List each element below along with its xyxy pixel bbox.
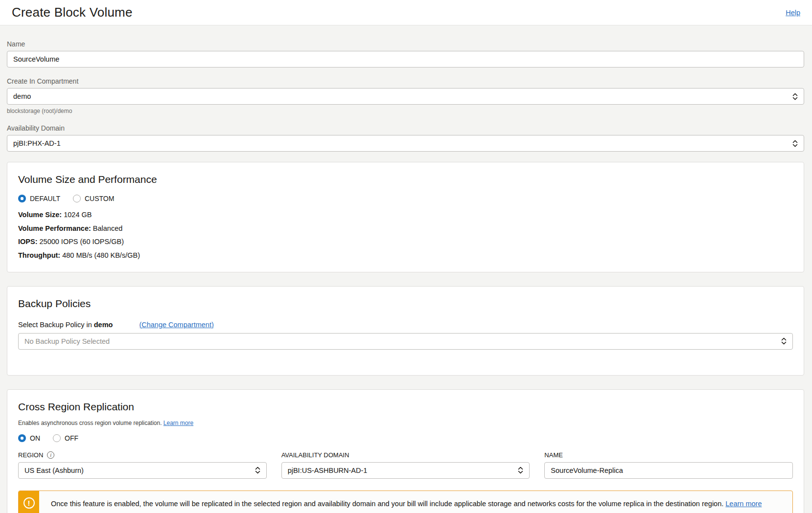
radio-on-label[interactable]: ON [30,434,40,442]
backup-policies-card: Backup Policies Select Backup Policy in … [7,286,804,376]
availability-domain-select-value: pjBI:PHX-AD-1 [13,139,61,147]
radio-selected-icon[interactable] [18,434,26,442]
region-select[interactable]: US East (Ashburn) [18,462,267,479]
backup-policy-select[interactable]: No Backup Policy Selected [18,333,793,350]
radio-default-label[interactable]: DEFAULT [30,195,60,202]
replica-name-field-block: NAME SourceVolume-Replica [544,451,793,479]
backup-policy-label: Select Backup Policy in demo [18,321,113,329]
name-input[interactable]: SourceVolume [7,51,804,67]
volume-performance-label: Volume Performance: [18,224,91,232]
volume-performance-line: Volume Performance: Balanced [18,224,793,232]
warning-accent-bar [19,491,39,513]
volume-size-label: Volume Size: [18,211,62,219]
radio-selected-icon[interactable] [18,195,26,202]
compartment-field-block: Create In Compartment demo blockstorage … [7,77,804,114]
warning-content: Once this feature is enabled, the volume… [39,491,773,513]
radio-custom-label[interactable]: CUSTOM [85,195,114,202]
radio-custom[interactable]: CUSTOM [73,195,114,202]
compartment-select[interactable]: demo [7,88,804,105]
replica-name-input-value: SourceVolume-Replica [551,467,623,474]
page-title: Create Block Volume [12,5,133,20]
iops-value: 25000 IOPS (60 IOPS/GB) [37,238,124,245]
volume-size-line: Volume Size: 1024 GB [18,211,793,219]
radio-unselected-icon[interactable] [53,434,61,442]
page-header: Create Block Volume Help [0,0,812,25]
availability-domain-label: Availability Domain [7,124,804,132]
chevron-updown-icon [255,466,260,474]
availability-domain-field-block: Availability Domain pjBI:PHX-AD-1 [7,124,804,152]
iops-label: IOPS: [18,238,37,245]
replica-name-input[interactable]: SourceVolume-Replica [544,462,793,479]
warning-text: Once this feature is enabled, the volume… [51,499,762,508]
backup-policy-label-row: Select Backup Policy in demo (Change Com… [18,321,793,329]
radio-off-label[interactable]: OFF [65,434,78,442]
help-link[interactable]: Help [786,9,800,17]
iops-line: IOPS: 25000 IOPS (60 IOPS/GB) [18,238,793,245]
warning-learn-more-link[interactable]: Learn more [725,500,762,508]
replication-toggle-radio-group: ON OFF [18,434,793,442]
throughput-line: Throughput: 480 MB/s (480 KB/s/GB) [18,251,793,259]
throughput-label: Throughput: [18,251,60,259]
replica-ad-field-block: AVAILABILITY DOMAIN pjBI:US-ASHBURN-AD-1 [281,451,530,479]
replica-ad-select-value: pjBI:US-ASHBURN-AD-1 [288,467,368,474]
throughput-value: 480 MB/s (480 KB/s/GB) [60,251,140,259]
region-label: REGION [18,451,43,459]
volume-performance-value: Balanced [91,224,123,232]
change-compartment-link[interactable]: (Change Compartment) [139,321,213,329]
replication-warning-box: Once this feature is enabled, the volume… [18,491,793,513]
cross-region-replication-card: Cross Region Replication Enables asynchr… [7,389,804,513]
volume-size-performance-card: Volume Size and Performance DEFAULT CUST… [7,162,804,272]
size-mode-radio-group: DEFAULT CUSTOM [18,195,793,202]
replication-fields-row: REGION US East (Ashburn) AVAILABILITY DO… [18,451,793,479]
radio-unselected-icon[interactable] [73,195,81,202]
main-content: Name SourceVolume Create In Compartment … [0,25,812,513]
compartment-label: Create In Compartment [7,77,804,85]
radio-off[interactable]: OFF [53,434,78,442]
region-select-value: US East (Ashburn) [24,467,84,474]
availability-domain-select[interactable]: pjBI:PHX-AD-1 [7,135,804,152]
replica-ad-select[interactable]: pjBI:US-ASHBURN-AD-1 [281,462,530,479]
replication-learn-more-link[interactable]: Learn more [163,420,193,426]
compartment-select-value: demo [13,92,31,100]
region-field-block: REGION US East (Ashburn) [18,451,267,479]
info-icon[interactable] [47,451,54,459]
name-label: Name [7,40,804,48]
replica-name-label: NAME [544,451,793,459]
name-input-value: SourceVolume [13,55,59,63]
replica-ad-label: AVAILABILITY DOMAIN [281,451,530,459]
chevron-updown-icon [792,139,798,148]
chevron-updown-icon [792,92,798,101]
backup-section-title: Backup Policies [18,297,793,310]
volume-section-title: Volume Size and Performance [18,173,793,186]
region-label-row: REGION [18,451,267,459]
backup-policy-select-placeholder: No Backup Policy Selected [24,337,110,345]
replication-description: Enables asynchronous cross region volume… [18,420,793,426]
chevron-updown-icon [781,337,787,345]
compartment-helper-text: blockstorage (root)/demo [7,108,804,114]
replication-section-title: Cross Region Replication [18,401,793,413]
volume-size-value: 1024 GB [62,211,92,219]
volume-detail-lines: Volume Size: 1024 GB Volume Performance:… [18,211,793,259]
radio-default[interactable]: DEFAULT [18,195,60,202]
warning-exclamation-icon [23,497,35,509]
radio-on[interactable]: ON [18,434,40,442]
backup-policy-compartment-name: demo [94,321,113,329]
chevron-updown-icon [518,466,523,474]
name-field-block: Name SourceVolume [7,40,804,67]
